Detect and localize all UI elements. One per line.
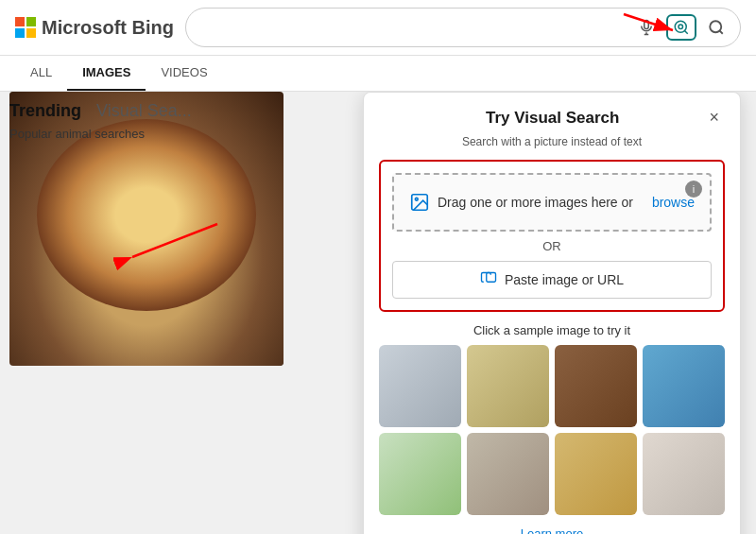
main-content: Trending Visual Sea... Popular animal se… (0, 92, 756, 534)
search-bar (185, 8, 741, 47)
microphone-button[interactable] (636, 17, 657, 38)
trending-label: Trending (9, 101, 81, 121)
logo-text: Microsoft Bing (42, 17, 174, 39)
info-icon[interactable]: i (685, 181, 702, 198)
learn-more-link[interactable]: Learn more (521, 526, 583, 534)
nav-tabs: ALL IMAGES VIDEOS (0, 56, 756, 92)
search-button[interactable] (706, 17, 727, 38)
popup-header: Try Visual Search × (364, 93, 740, 135)
sample-image-2[interactable] (467, 345, 549, 427)
svg-point-5 (710, 21, 721, 32)
popup-title: Try Visual Search (402, 109, 703, 128)
paste-icon (480, 271, 497, 288)
tab-all[interactable]: ALL (15, 56, 67, 91)
popup-subtitle: Search with a picture instead of text (364, 135, 740, 160)
sample-title: Click a sample image to try it (379, 323, 725, 337)
paste-label: Paste image or URL (505, 272, 624, 287)
header: Microsoft Bing (0, 0, 756, 56)
popular-label: Popular animal searches (9, 127, 192, 141)
sample-image-8[interactable] (643, 433, 725, 515)
visual-search-popup: Try Visual Search × Search with a pictur… (363, 92, 741, 534)
drop-zone[interactable]: Drag one or more images here or browse i (392, 173, 712, 232)
paste-url-button[interactable]: Paste image or URL (392, 261, 712, 299)
trending-section: Trending Visual Sea... Popular animal se… (9, 101, 192, 141)
logo-icon (15, 17, 36, 38)
svg-point-11 (415, 198, 418, 200)
close-button[interactable]: × (703, 106, 725, 129)
drop-zone-text: Drag one or more images here or browse (409, 192, 695, 213)
svg-point-4 (679, 25, 683, 29)
search-input[interactable] (199, 20, 628, 36)
learn-more: Learn more (364, 515, 740, 534)
svg-point-3 (675, 21, 686, 32)
sample-grid (379, 345, 725, 515)
or-divider: OR (392, 232, 712, 261)
drop-zone-container: Drag one or more images here or browse i… (379, 160, 725, 312)
visual-search-button[interactable] (666, 14, 696, 41)
svg-rect-0 (644, 21, 649, 29)
sample-image-7[interactable] (555, 433, 637, 515)
sample-image-5[interactable] (379, 433, 461, 515)
bing-logo: Microsoft Bing (15, 17, 174, 39)
visual-sea-label: Visual Sea... (96, 101, 192, 121)
sample-image-3[interactable] (555, 345, 637, 427)
search-icons (636, 14, 727, 41)
sample-image-4[interactable] (643, 345, 725, 427)
drag-text: Drag one or more images here or (438, 195, 633, 210)
sample-section: Click a sample image to try it (364, 312, 740, 515)
sample-image-6[interactable] (467, 433, 549, 515)
tab-images[interactable]: IMAGES (67, 56, 146, 91)
browse-link[interactable]: browse (652, 195, 695, 210)
sample-image-1[interactable] (379, 345, 461, 427)
drag-images-icon (409, 192, 430, 213)
tab-videos[interactable]: VIDEOS (146, 56, 222, 91)
